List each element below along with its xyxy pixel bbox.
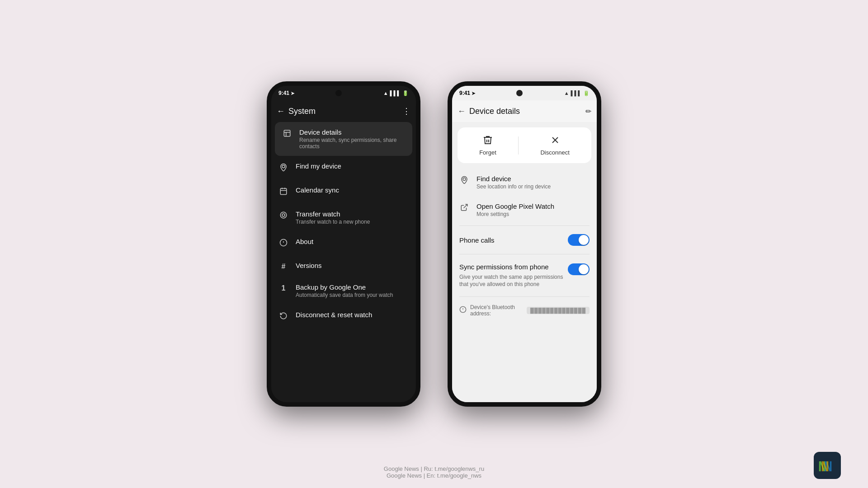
menu-item-calendar[interactable]: Calendar sync bbox=[271, 180, 416, 204]
find-device-icon bbox=[278, 163, 288, 174]
more-options-button[interactable]: ⋮ bbox=[402, 106, 410, 116]
right-signal-icon: ▌▌▌ bbox=[571, 90, 581, 96]
sync-title-row: Sync permissions from phone Give your wa… bbox=[459, 263, 590, 288]
disconnect-button[interactable]: Disconnect bbox=[540, 135, 569, 156]
disconnect-reset-title: Disconnect & reset watch bbox=[296, 311, 409, 319]
disconnect-label: Disconnect bbox=[540, 149, 569, 156]
svg-point-9 bbox=[282, 214, 285, 216]
svg-rect-0 bbox=[284, 130, 290, 136]
backup-icon: 1 bbox=[278, 284, 288, 292]
find-device-list-text: Find device See location info or ring de… bbox=[476, 175, 590, 190]
toggle-thumb bbox=[579, 235, 589, 245]
menu-item-disconnect-reset[interactable]: Disconnect & reset watch bbox=[271, 305, 416, 328]
signal-icon: ▌▌▌ bbox=[390, 90, 401, 96]
nav-arrow-icon: ➤ bbox=[291, 91, 294, 96]
open-pixel-watch-icon bbox=[459, 203, 469, 214]
phones-container: 9:41 ➤ ▲ ▌▌▌ 🔋 ← System ⋮ bbox=[267, 81, 601, 407]
find-device-list-icon bbox=[459, 176, 469, 186]
menu-item-device-details[interactable]: Device details Rename watch, sync permis… bbox=[275, 122, 412, 156]
transfer-text: Transfer watch Transfer watch to a new p… bbox=[296, 210, 409, 225]
svg-line-16 bbox=[464, 204, 467, 208]
left-top-bar: ← System ⋮ bbox=[271, 100, 416, 122]
versions-text: Versions bbox=[296, 262, 409, 269]
backup-title: Backup by Google One bbox=[296, 283, 409, 291]
list-item-find-device[interactable]: Find device See location info or ring de… bbox=[452, 169, 597, 196]
footer-line1: Google News | Ru: t.me/googlenws_ru bbox=[384, 465, 484, 472]
list-item-open-pixel-watch[interactable]: Open Google Pixel Watch More settings bbox=[452, 196, 597, 224]
card-divider bbox=[518, 136, 519, 155]
action-card: Forget Disconnect bbox=[458, 127, 591, 163]
svg-point-15 bbox=[463, 178, 466, 181]
bluetooth-address-label: Device's Bluetooth address: bbox=[470, 304, 523, 317]
left-back-button[interactable]: ← bbox=[277, 107, 285, 116]
right-nav-arrow-icon: ➤ bbox=[472, 91, 475, 96]
phone-calls-label: Phone calls bbox=[459, 236, 568, 244]
svg-point-3 bbox=[282, 165, 285, 168]
left-phone: 9:41 ➤ ▲ ▌▌▌ 🔋 ← System ⋮ bbox=[267, 81, 420, 407]
disconnect-reset-icon bbox=[278, 312, 288, 322]
calendar-text: Calendar sync bbox=[296, 186, 409, 194]
bluetooth-info-icon bbox=[459, 306, 467, 315]
bluetooth-section: Device's Bluetooth address: ████████████… bbox=[452, 299, 597, 322]
transfer-subtitle: Transfer watch to a new phone bbox=[296, 219, 409, 225]
phone-calls-toggle[interactable] bbox=[568, 234, 590, 246]
menu-item-versions[interactable]: # Versions bbox=[271, 255, 416, 277]
versions-icon: # bbox=[278, 263, 288, 271]
sync-text-block: Sync permissions from phone Give your wa… bbox=[459, 263, 568, 288]
device-details-subtitle: Rename watch, sync permissions, share co… bbox=[299, 137, 405, 150]
bluetooth-row: Device's Bluetooth address: ████████████… bbox=[459, 304, 590, 317]
left-status-icons: ▲ ▌▌▌ 🔋 bbox=[383, 90, 409, 96]
about-icon bbox=[278, 239, 288, 249]
section-divider-3 bbox=[459, 296, 590, 297]
menu-item-transfer[interactable]: Transfer watch Transfer watch to a new p… bbox=[271, 204, 416, 231]
sync-title: Sync permissions from phone bbox=[459, 263, 562, 272]
menu-item-backup[interactable]: 1 Backup by Google One Automatically sav… bbox=[271, 277, 416, 305]
device-details-text: Device details Rename watch, sync permis… bbox=[299, 128, 405, 150]
svg-text:N: N bbox=[821, 459, 829, 474]
neovim-icon[interactable]: N N N bbox=[814, 452, 841, 479]
right-content: Forget Disconnect Find de bbox=[452, 122, 597, 402]
right-battery-icon: 🔋 bbox=[583, 90, 590, 96]
forget-label: Forget bbox=[479, 149, 496, 156]
menu-item-find-device[interactable]: Find my device bbox=[271, 156, 416, 180]
right-camera bbox=[516, 90, 523, 96]
svg-point-8 bbox=[280, 212, 287, 218]
right-wifi-icon: ▲ bbox=[564, 90, 569, 96]
disconnect-reset-text: Disconnect & reset watch bbox=[296, 311, 409, 319]
calendar-icon bbox=[278, 187, 288, 197]
edit-button[interactable]: ✏ bbox=[585, 107, 591, 116]
versions-title: Versions bbox=[296, 262, 409, 269]
about-title: About bbox=[296, 238, 409, 245]
device-details-title: Device details bbox=[299, 128, 405, 136]
open-pixel-watch-text: Open Google Pixel Watch More settings bbox=[476, 202, 590, 217]
left-menu-content: Device details Rename watch, sync permis… bbox=[271, 122, 416, 402]
about-text: About bbox=[296, 238, 409, 245]
sync-toggle-thumb bbox=[579, 264, 589, 274]
svg-rect-4 bbox=[280, 188, 287, 195]
right-status-bar: 9:41 ➤ ▲ ▌▌▌ 🔋 bbox=[452, 86, 597, 100]
footer: Google News | Ru: t.me/googlenws_ru Goog… bbox=[384, 465, 484, 479]
battery-icon: 🔋 bbox=[402, 90, 409, 96]
right-phone: 9:41 ➤ ▲ ▌▌▌ 🔋 ← Device details ✏ bbox=[448, 81, 601, 407]
menu-item-about[interactable]: About bbox=[271, 231, 416, 255]
footer-line2: Google News | En: t.me/google_nws bbox=[384, 472, 484, 479]
device-details-icon bbox=[282, 129, 292, 140]
transfer-title: Transfer watch bbox=[296, 210, 409, 218]
open-pixel-watch-title: Open Google Pixel Watch bbox=[476, 202, 590, 210]
section-divider-2 bbox=[459, 254, 590, 254]
find-device-list-subtitle: See location info or ring device bbox=[476, 183, 590, 190]
forget-icon bbox=[482, 135, 493, 145]
left-page-title: System bbox=[288, 107, 402, 116]
phone-calls-row: Phone calls bbox=[452, 228, 597, 252]
right-top-bar: ← Device details ✏ bbox=[452, 100, 597, 122]
right-back-button[interactable]: ← bbox=[458, 107, 466, 116]
forget-button[interactable]: Forget bbox=[479, 135, 496, 156]
section-divider-1 bbox=[459, 225, 590, 226]
backup-text: Backup by Google One Automatically save … bbox=[296, 283, 409, 298]
right-page-title: Device details bbox=[469, 107, 585, 116]
sync-toggle[interactable] bbox=[568, 263, 590, 275]
transfer-icon bbox=[278, 211, 288, 221]
right-status-icons: ▲ ▌▌▌ 🔋 bbox=[564, 90, 590, 96]
disconnect-icon bbox=[550, 135, 561, 145]
left-camera bbox=[335, 90, 342, 96]
